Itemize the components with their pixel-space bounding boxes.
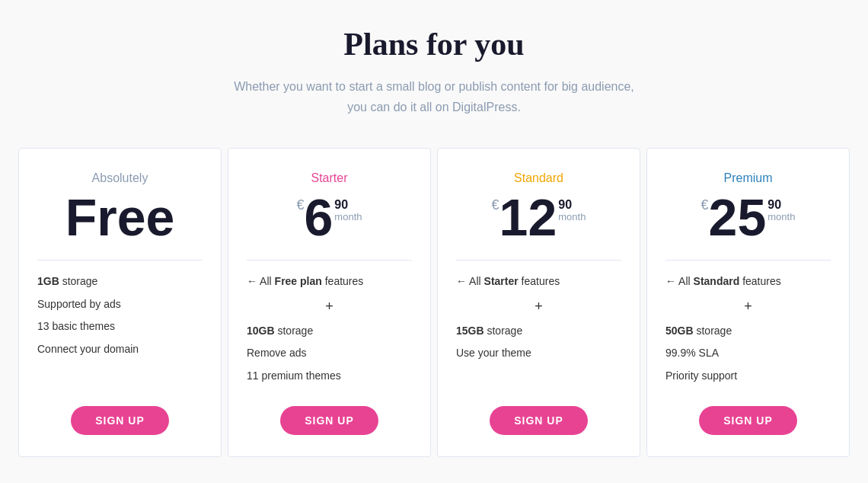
- plan-price-standard: €1290month: [492, 191, 586, 243]
- price-sup-block: 90month: [334, 199, 362, 222]
- plan-card-premium: Premium€2590month← All Standard features…: [646, 148, 850, 458]
- feature-item: 11 premium themes: [247, 369, 412, 384]
- plan-card-standard: Standard€1290month← All Starter features…: [437, 148, 640, 458]
- feature-item: 99.9% SLA: [665, 346, 831, 361]
- price-period: month: [767, 211, 795, 222]
- plan-features-free: 1GB storageSupported by ads13 basic them…: [37, 274, 203, 392]
- feature-item: Priority support: [665, 369, 831, 384]
- price-sup-block: 90month: [558, 199, 586, 222]
- price-main: 6: [305, 191, 333, 243]
- feature-item: 15GB storage: [456, 324, 621, 339]
- feature-item: +: [665, 297, 831, 316]
- plan-features-standard: ← All Starter features+15GB storageUse y…: [456, 274, 621, 392]
- plan-card-starter: Starter€690month← All Free plan features…: [228, 148, 431, 458]
- feature-item: ← All Starter features: [456, 274, 621, 289]
- plan-name-standard: Standard: [514, 171, 563, 185]
- plan-divider: [37, 260, 203, 261]
- page-title: Plans for you: [234, 26, 634, 62]
- price-currency: €: [297, 197, 305, 213]
- feature-item: ← All Free plan features: [247, 274, 412, 289]
- plan-divider: [247, 260, 412, 261]
- signup-button-free[interactable]: SIGN UP: [71, 406, 169, 435]
- feature-item: 1GB storage: [37, 274, 203, 289]
- signup-button-premium[interactable]: SIGN UP: [699, 406, 797, 435]
- plan-features-starter: ← All Free plan features+10GB storageRem…: [247, 274, 412, 392]
- feature-item: +: [247, 297, 412, 316]
- plan-price-free: Free: [65, 191, 175, 243]
- signup-button-standard[interactable]: SIGN UP: [490, 406, 588, 435]
- plan-name-starter: Starter: [311, 171, 347, 185]
- feature-item: Remove ads: [247, 346, 412, 361]
- feature-item: 13 basic themes: [37, 319, 203, 334]
- plan-divider: [456, 260, 621, 261]
- feature-item: ← All Standard features: [665, 274, 831, 289]
- plan-price-starter: €690month: [297, 191, 362, 243]
- plan-price-premium: €2590month: [701, 191, 796, 243]
- free-price-label: Free: [65, 191, 175, 243]
- price-main: 25: [709, 191, 767, 243]
- plans-container: AbsolutelyFree1GB storageSupported by ad…: [15, 148, 853, 458]
- feature-item: 10GB storage: [247, 324, 412, 339]
- plan-features-premium: ← All Standard features+50GB storage99.9…: [665, 274, 831, 392]
- feature-item: Connect your domain: [37, 342, 203, 357]
- page-subtitle: Whether you want to start a small blog o…: [234, 76, 634, 117]
- price-period: month: [334, 211, 362, 222]
- feature-item: 50GB storage: [665, 324, 831, 339]
- plan-name-free: Absolutely: [92, 171, 148, 185]
- plan-divider: [665, 260, 831, 261]
- feature-item: Use your theme: [456, 346, 621, 361]
- page-header: Plans for you Whether you want to start …: [234, 26, 634, 117]
- feature-item: +: [456, 297, 621, 316]
- price-currency: €: [492, 197, 499, 213]
- price-cents: 90: [334, 199, 362, 211]
- signup-button-starter[interactable]: SIGN UP: [280, 406, 378, 435]
- plan-name-premium: Premium: [723, 171, 772, 185]
- price-sup-block: 90month: [767, 199, 795, 222]
- price-main: 12: [499, 191, 557, 243]
- feature-item: Supported by ads: [37, 297, 203, 312]
- price-period: month: [558, 211, 586, 222]
- price-cents: 90: [558, 199, 586, 211]
- price-cents: 90: [767, 199, 795, 211]
- price-currency: €: [701, 197, 709, 213]
- plan-card-free: AbsolutelyFree1GB storageSupported by ad…: [18, 148, 222, 458]
